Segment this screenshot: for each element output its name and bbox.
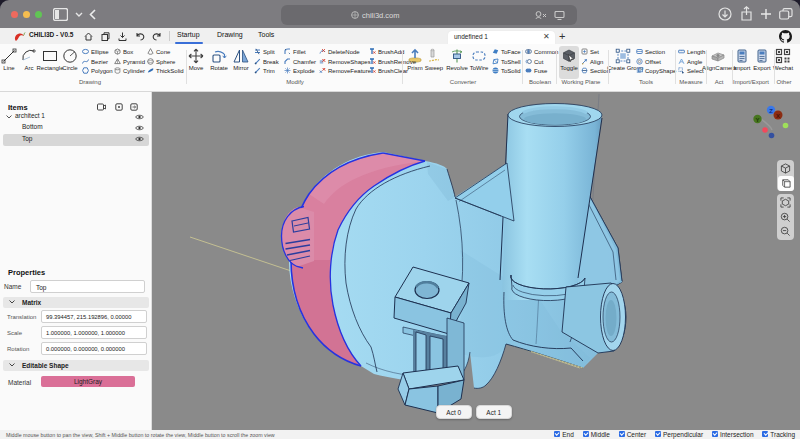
svg-text:Y: Y <box>755 117 759 123</box>
svg-text:Z: Z <box>769 108 773 114</box>
svg-text:X: X <box>776 113 780 119</box>
